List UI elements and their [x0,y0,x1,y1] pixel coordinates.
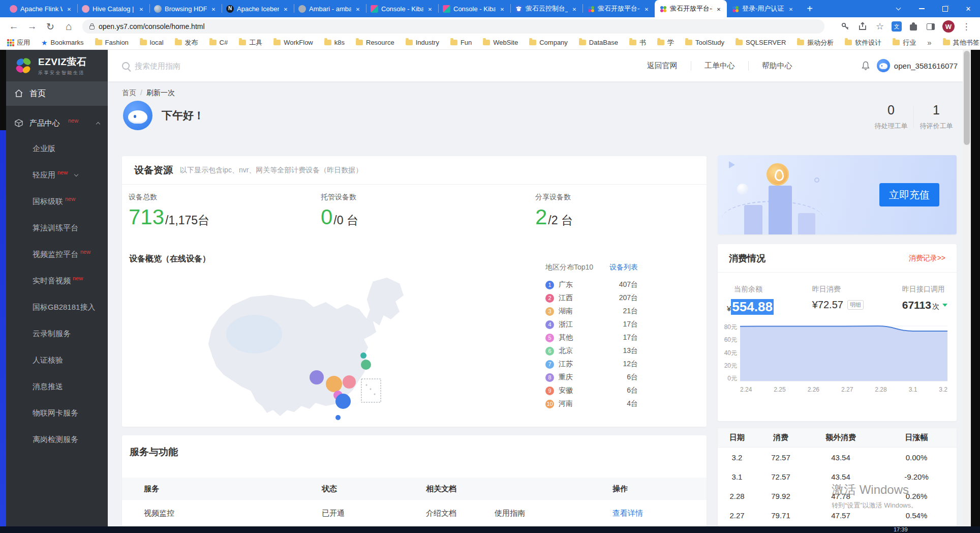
bookmark-folder[interactable]: local [140,38,164,47]
pending-work-orders[interactable]: 0 待处理工单 [869,103,913,131]
bookmark-folder[interactable]: 发布 [175,38,198,47]
tab-search-icon[interactable] [886,0,910,17]
bookmark-folder[interactable]: C# [209,38,228,47]
sidebar-subitem[interactable]: 视频监控平台new [6,241,108,268]
other-bookmarks[interactable]: 其他书签 [943,38,979,47]
bookmark-folder[interactable]: WorkFlow [273,38,313,47]
menu-kebab-icon[interactable] [961,21,972,32]
bookmarks-folder[interactable]: Bookmarks [41,39,84,47]
bookmark-folder[interactable]: Company [529,38,568,47]
browser-tab[interactable]: Hive Catalog | [77,0,149,17]
bell-icon[interactable] [861,61,871,71]
tab-close-icon[interactable] [715,5,722,13]
detail-badge[interactable]: 明细 [847,300,864,310]
ezviz-logo[interactable]: EZVIZ萤石 乐享安全智能生活 [6,50,108,81]
bookmark-folder[interactable]: Fashion [95,38,129,47]
consumption-records-link[interactable]: 消费记录>> [909,254,945,263]
tab-close-icon[interactable] [571,5,578,13]
bookmark-folder[interactable]: k8s [324,38,345,47]
bookmark-star-icon[interactable] [874,21,885,32]
dropdown-caret-icon[interactable] [942,304,947,307]
bookmark-folder[interactable]: 工具 [239,38,262,47]
work-order-center-link[interactable]: 工单中心 [691,61,748,71]
apps-shortcut[interactable]: 应用 [7,38,30,47]
sidebar-subitem[interactable]: 人证核验 [6,347,108,373]
browser-tab[interactable]: Browsing HDFS [149,0,222,17]
bookmark-folder[interactable]: Resource [356,38,394,47]
bookmark-folder[interactable]: 软件设计 [845,38,881,47]
share-icon[interactable] [857,21,868,32]
new-tab-button[interactable] [802,2,817,16]
sidebar-item-product-center[interactable]: 产品中心new [6,111,108,135]
bookmark-folder[interactable]: Fun [450,38,472,47]
minimize-button[interactable] [910,0,933,17]
sidebar-subitem[interactable]: 算法训练平台 [6,215,108,241]
browser-tab[interactable]: Console - Kiba [438,0,510,17]
bookmark-folder[interactable]: 振动分析 [797,38,834,47]
user-guide-link[interactable]: 使用指南 [495,509,525,518]
sidebar-subitem[interactable]: 实时音视频new [6,268,108,294]
bookmark-folder[interactable]: 书 [629,38,646,47]
tab-close-icon[interactable] [210,5,217,13]
tab-close-icon[interactable] [787,5,794,13]
tab-close-icon[interactable] [66,5,73,13]
search-input[interactable] [135,62,302,70]
bookmark-folder[interactable]: SQLSERVER [736,38,786,47]
bookmark-folder[interactable]: WebSite [483,38,518,47]
review-work-orders[interactable]: 1 待评价工单 [914,103,959,131]
url-text[interactable]: open.ys7.com/console/home.html [99,22,205,31]
help-center-link[interactable]: 帮助中心 [748,61,806,71]
sidebar-subitem[interactable]: 离岗检测服务 [6,426,108,453]
china-map[interactable] [186,273,442,422]
bookmark-folder[interactable]: DataBase [579,38,618,47]
sidebar-subitem[interactable]: 物联网卡服务 [6,400,108,426]
browser-tab[interactable]: Apache Flink W [5,0,77,17]
breadcrumb-home[interactable]: 首页 [122,88,136,98]
tab-close-icon[interactable] [354,5,361,13]
browser-tab[interactable]: 萤石云控制台_E [510,0,583,17]
intro-doc-link[interactable]: 介绍文档 [426,509,456,518]
home-icon[interactable] [61,19,76,34]
sidebar-item-home[interactable]: 首页 [6,81,108,106]
tab-close-icon[interactable] [499,5,506,13]
tab-close-icon[interactable] [426,5,434,13]
password-key-icon[interactable] [840,21,851,32]
close-button[interactable] [957,0,980,17]
refresh-icon[interactable] [43,19,58,34]
bookmark-folder[interactable]: 学 [657,38,674,47]
sidebar-subitem[interactable]: 国标级联new [6,188,108,215]
browser-tab[interactable]: Apache Iceberg [222,0,294,17]
user-account[interactable]: open_3581616077 [877,59,958,72]
tab-close-icon[interactable] [643,5,650,13]
device-list-link[interactable]: 设备列表 [609,263,638,272]
tab-close-icon[interactable] [282,5,289,13]
tab-close-icon[interactable] [138,5,145,13]
address-bar[interactable]: open.ys7.com/console/home.html [82,19,824,34]
official-site-link[interactable]: 返回官网 [634,61,691,71]
sidebar-subitem[interactable]: 轻应用new [6,162,108,188]
back-icon[interactable] [6,19,21,34]
bookmark-folder[interactable]: Industry [406,38,439,47]
extensions-puzzle-icon[interactable] [910,24,917,31]
browser-tab[interactable]: 登录-用户认证中 [727,0,799,17]
profile-avatar[interactable]: W [942,20,955,33]
restore-button[interactable] [933,0,957,17]
side-panel-icon[interactable] [927,23,935,30]
browser-tab[interactable]: 萤石开放平台-开 [583,0,655,17]
bookmark-folder[interactable]: ToolStudy [685,38,724,47]
sidebar-subitem[interactable]: 国标GB28181接入 [6,294,108,320]
page-scrollbar[interactable] [963,50,971,526]
bookmarks-overflow-icon[interactable] [927,38,931,47]
recharge-button[interactable]: 立即充值 [879,183,939,206]
sidebar-subitem[interactable]: 消息推送 [6,373,108,400]
sidebar-subitem[interactable]: 企业版 [6,135,108,162]
forward-icon[interactable] [24,19,40,34]
browser-tab[interactable]: Console - Kiba [366,0,438,17]
view-details-link[interactable]: 查看详情 [612,509,643,518]
bookmark-folder[interactable]: 行业 [893,38,916,47]
search-box[interactable] [122,62,302,70]
translate-extension-icon[interactable] [892,21,902,32]
browser-tab[interactable]: 萤石开放平台-接 [655,0,727,17]
scrollbar-thumb[interactable] [964,51,970,145]
browser-tab[interactable]: Ambari - amba [294,0,366,17]
